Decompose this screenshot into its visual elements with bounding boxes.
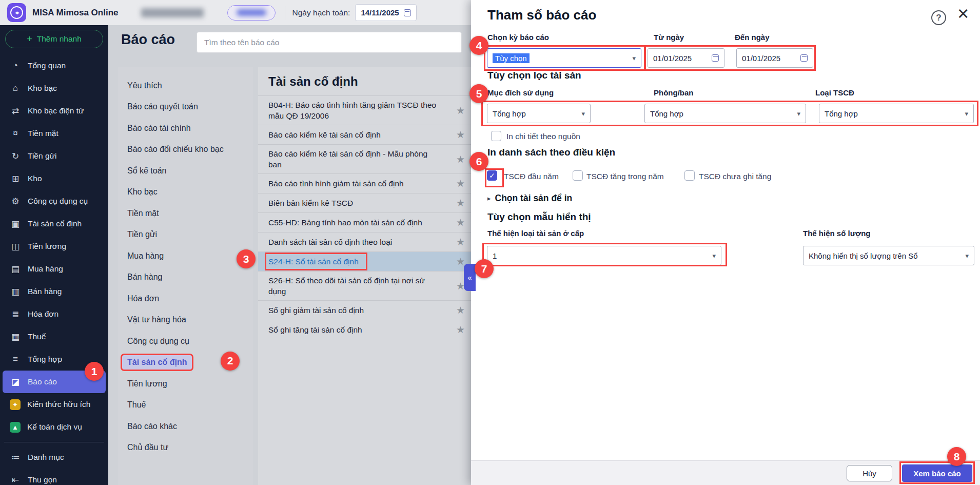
report-list-item[interactable]: B04-H: Báo cáo tình hình tăng giảm TSCĐ … [258,95,472,125]
drawer-collapse-tab[interactable]: « [464,264,476,291]
purpose-select[interactable]: Tổng hợp ▾ [487,104,591,123]
report-category-item[interactable]: Tiền gửi [118,224,253,246]
report-category-item[interactable]: Mua hàng [118,245,253,267]
report-category-label: Tiền gửi [122,227,162,242]
report-list-item[interactable]: Sổ ghi tăng tài sản cố định ★ [258,320,472,339]
posting-date-input[interactable]: 14/11/2025 [355,4,416,21]
redacted-user-pill[interactable] [227,5,276,21]
sidebar-item[interactable]: ↻ Tiền gửi [0,145,108,167]
sidebar-item-label: Tài sản cố định [28,219,82,228]
favorite-star-icon[interactable]: ★ [456,153,465,165]
report-list-item[interactable]: S26-H: Sổ theo dõi tài sản cố định tại n… [258,271,472,300]
report-category-item[interactable]: Tài sản cố định 2 [118,352,253,374]
period-select[interactable]: Tùy chọn ▾ [487,48,641,68]
favorite-star-icon[interactable]: ★ [456,217,465,228]
display-section-heading: Tùy chọn mẫu hiển thị [487,211,591,223]
report-category-label: Báo cáo khác [122,419,182,434]
favorite-star-icon[interactable]: ★ [456,105,465,117]
sidebar-item[interactable]: ◪ Báo cáo 1 [3,371,106,393]
chevron-down-icon: ▾ [628,54,636,62]
quick-add-button[interactable]: + Thêm nhanh [5,30,103,48]
report-category-item[interactable]: Yêu thích [118,75,253,96]
report-item-label: Báo cáo tình hình giảm tài sản cố định [268,178,409,189]
report-category-item[interactable]: Báo cáo quyết toán [118,96,253,118]
sidebar-item[interactable]: ▦ Thuế [0,325,108,348]
calendar-icon [800,54,808,62]
cancel-button[interactable]: Hủy [847,465,892,481]
report-list-item[interactable]: Biên bản kiểm kê TSCĐ ★ [258,193,472,212]
report-list-item[interactable]: Báo cáo tình hình giảm tài sản cố định ★ [258,173,472,193]
choose-assets-label: Chọn tài sản để in [495,193,573,204]
sidebar-item[interactable]: ≔ Danh mục [0,446,108,469]
report-category-item[interactable]: Sổ kế toán [118,160,253,182]
view-report-button[interactable]: Xem báo cáo [902,464,972,482]
tscd-tang-trong-nam-label: TSCĐ tăng trong năm [586,172,664,181]
report-category-item[interactable]: Bán hàng [118,267,253,288]
period-selected-value: Tùy chọn [493,53,530,63]
topbar-divider [285,6,285,20]
report-category-item[interactable]: Tiền mặt [118,203,253,224]
report-category-item[interactable]: Hóa đơn [118,288,253,309]
sidebar-item[interactable]: ⚙ Công cụ dụng cụ [0,190,108,212]
tscd-dau-nam-checkbox[interactable]: ✓ [487,170,497,181]
favorite-star-icon[interactable]: ★ [456,129,465,141]
tscd-tang-trong-nam-checkbox[interactable] [573,170,583,181]
sidebar-item-label: Kiến thức hữu ích [27,400,90,409]
asset-level-select[interactable]: 1 ▾ [487,246,721,265]
sidebar-item[interactable]: ⇤ Thu gọn [0,469,108,485]
report-category-item[interactable]: Công cụ dụng cụ [118,331,253,352]
from-date-input[interactable]: 01/01/2025 [648,48,724,68]
sidebar-item[interactable]: ⊞ Kho [0,167,108,190]
report-list-item[interactable]: Báo cáo kiểm kê tài sản cố định ★ [258,125,472,144]
report-category-item[interactable]: Kho bạc [118,182,253,203]
asset-level-label: Thể hiện loại tài sản ở cấp [487,229,584,238]
purpose-label: Mục đích sử dụng [487,88,554,97]
close-icon[interactable]: ✕ [957,7,969,22]
sidebar-item-label: Tiền mặt [28,129,58,138]
report-list-item[interactable]: Báo cáo kiểm kê tài sản cố định - Mẫu ph… [258,144,472,173]
tscd-chua-ghi-tang-checkbox[interactable] [684,170,695,181]
choose-assets-expander[interactable]: ▸ Chọn tài sản để in [487,193,572,204]
report-category-item[interactable]: Báo cáo khác [118,416,253,437]
sidebar-item[interactable]: ≣ Hóa đơn [0,303,108,325]
report-list-item[interactable]: Danh sách tài sản cố định theo loại ★ [258,232,472,251]
from-date-label: Từ ngày [654,33,684,42]
sidebar-item[interactable]: ▣ Tài sản cố định [0,212,108,235]
report-category-label: Hóa đơn [122,292,164,306]
to-date-input[interactable]: 01/01/2025 [736,48,813,68]
report-category-item[interactable]: Chủ đầu tư [118,437,253,459]
sidebar-item[interactable]: ◔ Tổng quan [0,54,108,77]
report-category-item[interactable]: Tiền lương [118,373,253,395]
favorite-star-icon[interactable]: ★ [456,236,465,248]
favorite-star-icon[interactable]: ★ [456,304,465,316]
sidebar-item[interactable]: ▲ Kế toán dịch vụ [0,416,108,438]
sidebar-item[interactable]: ⌂ Kho bạc [0,77,108,100]
report-search-input[interactable] [197,32,462,53]
help-icon[interactable]: ? [931,10,946,25]
calendar-icon [712,54,719,62]
sidebar-item[interactable]: ▥ Bán hàng [0,280,108,303]
asset-type-select[interactable]: Tổng hợp ▾ [819,104,974,123]
sidebar-item[interactable]: ▤ Mua hàng [0,258,108,280]
report-category-item[interactable]: Vật tư hàng hóa [118,309,253,331]
report-list-item[interactable]: C55-HD: Bảng tính hao mòn tài sản cố địn… [258,212,472,232]
favorite-star-icon[interactable]: ★ [456,256,465,267]
sidebar-item[interactable]: ✦ Kiến thức hữu ích [0,393,108,416]
sidebar-item-icon: ✦ [10,399,21,410]
favorite-star-icon[interactable]: ★ [456,178,465,189]
department-select[interactable]: Tổng hợp ▾ [644,104,806,123]
report-category-item[interactable]: Thuế [118,395,253,416]
report-category-item[interactable]: Báo cáo đối chiếu kho bạc [118,139,253,161]
report-list-item[interactable]: S24-H: Sổ tài sản cố định ★ 3 [258,251,472,271]
report-list-item[interactable]: Sổ ghi giảm tài sản cố định ★ [258,300,472,320]
report-category-item[interactable]: Báo cáo tài chính [118,118,253,139]
favorite-star-icon[interactable]: ★ [456,324,465,336]
detail-by-source-checkbox[interactable] [491,131,501,141]
sidebar-item[interactable]: ¤ Tiền mặt [0,122,108,145]
sidebar-item-icon: ▣ [10,219,21,229]
sidebar-item[interactable]: ◫ Tiền lương [0,235,108,258]
sidebar-item[interactable]: ⇄ Kho bạc điện tử [0,100,108,122]
report-item-label: Danh sách tài sản cố định theo loại [268,237,397,247]
quantity-select[interactable]: Không hiển thị số lượng trên Sổ ▾ [803,246,974,265]
favorite-star-icon[interactable]: ★ [456,197,465,209]
